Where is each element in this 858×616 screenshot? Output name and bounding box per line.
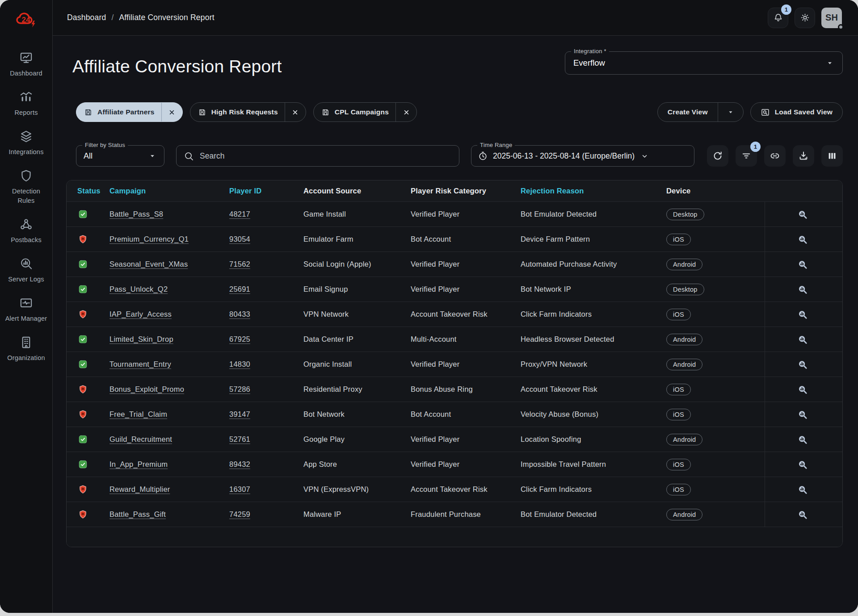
player-id-link[interactable]: 93054 — [229, 235, 250, 243]
risk-category-cell: Bot Account — [411, 235, 521, 243]
sidebar-item-reports[interactable]: Reports — [0, 90, 52, 117]
analyze-icon — [797, 309, 811, 320]
row-analyze-button[interactable] — [797, 333, 811, 346]
campaign-link[interactable]: Reward_Multiplier — [109, 485, 170, 493]
player-id-link[interactable]: 89432 — [229, 460, 250, 468]
remove-view-chip-button[interactable] — [285, 103, 306, 122]
row-analyze-button[interactable] — [797, 508, 811, 521]
create-view-dropdown-button[interactable] — [718, 108, 743, 116]
columns-button[interactable] — [821, 145, 843, 167]
row-analyze-button[interactable] — [797, 433, 811, 446]
status-approved-icon — [78, 335, 88, 344]
campaign-link[interactable]: In_App_Premium — [109, 460, 168, 468]
player-id-cell: 80433 — [229, 310, 303, 318]
row-analyze-button[interactable] — [797, 408, 811, 421]
load-saved-view-button[interactable]: Load Saved View — [750, 102, 843, 122]
integration-select[interactable]: Integration * Everflow — [565, 51, 843, 75]
view-chip-affiliate-partners[interactable]: Affiliate Partners — [76, 102, 183, 122]
column-header-player-id[interactable]: Player ID — [229, 187, 303, 195]
player-id-link[interactable]: 67925 — [229, 335, 250, 343]
row-analyze-button[interactable] — [797, 308, 811, 321]
time-range-select[interactable]: Time Range 2025-06-13 - 2025-08-14 (Euro… — [471, 145, 694, 167]
row-analyze-button[interactable] — [797, 208, 811, 221]
analyze-icon — [797, 284, 811, 295]
column-header-campaign[interactable]: Campaign — [109, 187, 229, 195]
row-analyze-button[interactable] — [797, 358, 811, 371]
campaign-link[interactable]: Free_Trial_Claim — [109, 410, 167, 418]
filter-button[interactable]: 1 — [736, 145, 757, 167]
sidebar-item-detection-rules[interactable]: Detection Rules — [0, 169, 52, 205]
brand-logo[interactable]: 24 — [14, 8, 39, 31]
campaign-link[interactable]: Pass_Unlock_Q2 — [109, 285, 168, 293]
search-input[interactable] — [200, 151, 452, 161]
refresh-button[interactable] — [707, 145, 728, 167]
row-analyze-button[interactable] — [797, 483, 811, 496]
building-icon — [19, 335, 33, 349]
player-id-link[interactable]: 71562 — [229, 260, 250, 268]
campaign-link[interactable]: Bonus_Exploit_Promo — [109, 385, 184, 393]
player-id-link[interactable]: 25691 — [229, 285, 250, 293]
theme-toggle-button[interactable] — [795, 8, 815, 28]
campaign-link[interactable]: IAP_Early_Access — [109, 310, 172, 318]
campaign-link[interactable]: Limited_Skin_Drop — [109, 335, 173, 343]
player-id-link[interactable]: 48217 — [229, 210, 250, 218]
status-cell — [67, 485, 109, 494]
risk-category-cell: Bonus Abuse Ring — [411, 385, 521, 394]
row-analyze-button[interactable] — [797, 283, 811, 296]
row-analyze-button[interactable] — [797, 458, 811, 471]
copy-link-button[interactable] — [764, 145, 786, 167]
row-analyze-button[interactable] — [797, 258, 811, 271]
saved-view-icon — [198, 108, 206, 117]
sidebar-item-alert-manager[interactable]: Alert Manager — [0, 296, 52, 323]
view-chip-high-risk-requests[interactable]: High Risk Requests — [190, 102, 306, 122]
campaign-cell: Reward_Multiplier — [109, 485, 229, 494]
sidebar-item-integrations[interactable]: Integrations — [0, 130, 52, 157]
campaign-link[interactable]: Guild_Recruitment — [109, 435, 172, 443]
status-cell — [67, 385, 109, 394]
column-header-device[interactable]: Device — [666, 187, 765, 195]
account-source-cell: VPN (ExpressVPN) — [303, 485, 411, 494]
user-avatar[interactable]: SH — [821, 8, 842, 28]
player-id-link[interactable]: 57286 — [229, 385, 250, 393]
column-header-player-risk-category[interactable]: Player Risk Category — [411, 187, 521, 195]
account-source-cell: Malware IP — [303, 510, 411, 519]
campaign-link[interactable]: Tournament_Entry — [109, 360, 171, 368]
campaign-link[interactable]: Premium_Currency_Q1 — [109, 235, 189, 243]
sidebar-item-postbacks[interactable]: Postbacks — [0, 218, 52, 245]
column-header-rejection-reason[interactable]: Rejection Reason — [521, 187, 666, 195]
sidebar-item-organization[interactable]: Organization — [0, 335, 52, 363]
notifications-button[interactable]: 1 — [768, 8, 788, 28]
campaign-link[interactable]: Seasonal_Event_XMas — [109, 260, 188, 268]
column-header-account-source[interactable]: Account Source — [303, 187, 411, 195]
player-id-link[interactable]: 39147 — [229, 410, 250, 418]
create-view-button[interactable]: Create View — [657, 102, 744, 122]
status-filter-select[interactable]: Filter by Status All — [76, 145, 164, 167]
remove-view-chip-button[interactable] — [396, 103, 416, 122]
campaign-link[interactable]: Battle_Pass_Gift — [109, 510, 166, 518]
account-source-cell: Google Play — [303, 435, 411, 444]
remove-view-chip-button[interactable] — [162, 103, 182, 122]
breadcrumb-dashboard[interactable]: Dashboard — [67, 13, 106, 22]
column-header-status[interactable]: Status — [67, 187, 109, 195]
player-id-link[interactable]: 14830 — [229, 360, 250, 368]
page: 24 Dashboard Reports Integrations Detect… — [0, 0, 858, 616]
row-analyze-button[interactable] — [797, 383, 811, 396]
player-id-cell: 71562 — [229, 260, 303, 268]
rejection-reason-cell: Proxy/VPN Network — [521, 360, 666, 369]
player-id-link[interactable]: 16307 — [229, 485, 250, 493]
row-analyze-button[interactable] — [797, 233, 811, 246]
sidebar-item-server-logs[interactable]: Server Logs — [0, 257, 52, 284]
sidebar-item-label: Integrations — [8, 147, 43, 157]
rejection-reason-cell: Headless Browser Detected — [521, 335, 666, 344]
download-button[interactable] — [793, 145, 814, 167]
view-chip-cpl-campaigns[interactable]: CPL Campaigns — [313, 102, 417, 122]
device-cell: iOS — [666, 409, 765, 420]
device-chip: iOS — [666, 409, 691, 420]
player-id-link[interactable]: 80433 — [229, 310, 250, 318]
sidebar-item-dashboard[interactable]: Dashboard — [0, 51, 52, 78]
campaign-link[interactable]: Battle_Pass_S8 — [109, 210, 163, 218]
campaign-cell: Guild_Recruitment — [109, 435, 229, 444]
actions-cell — [765, 377, 842, 402]
player-id-link[interactable]: 52761 — [229, 435, 250, 443]
player-id-link[interactable]: 74259 — [229, 510, 250, 518]
